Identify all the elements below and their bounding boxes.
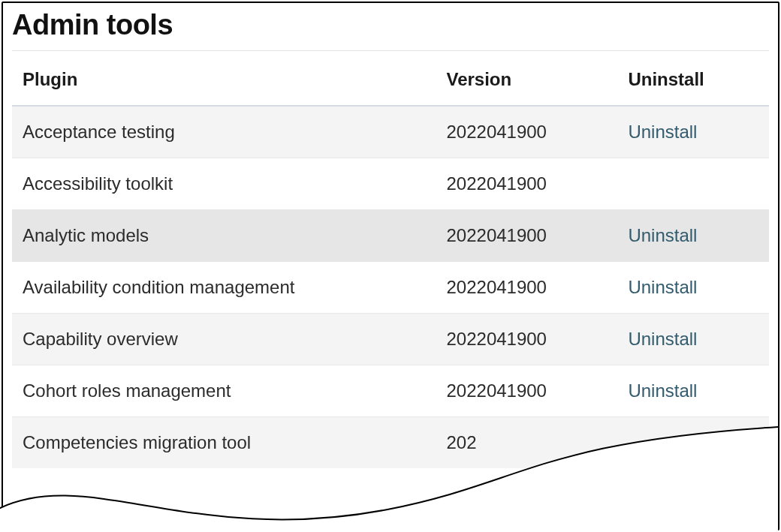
table-row: Analytic models2022041900Uninstall	[12, 210, 769, 262]
plugin-name: Cohort roles management	[12, 365, 436, 417]
plugin-action: Uninstall	[617, 210, 769, 262]
table-row: Acceptance testing2022041900Uninstall	[12, 106, 769, 158]
plugin-action	[617, 158, 769, 210]
plugins-table: Plugin Version Uninstall Acceptance test…	[12, 54, 769, 468]
plugin-version: 2022041900	[436, 365, 617, 417]
plugin-name: Analytic models	[12, 210, 436, 262]
plugin-action: Uninstall	[617, 365, 769, 417]
uninstall-link[interactable]: Uninstall	[628, 122, 697, 142]
plugin-action: Uninstall	[617, 106, 769, 158]
uninstall-link[interactable]: Uninstall	[628, 225, 697, 245]
table-row: Capability overview2022041900Uninstall	[12, 314, 769, 365]
plugin-action: Uninstall	[617, 314, 769, 365]
table-row: Cohort roles management2022041900Uninsta…	[12, 365, 769, 417]
plugin-version: 202	[436, 417, 617, 469]
col-header-plugin: Plugin	[12, 54, 436, 106]
plugin-name: Capability overview	[12, 314, 436, 365]
table-row: Competencies migration tool202	[12, 417, 769, 469]
plugin-name: Competencies migration tool	[12, 417, 436, 469]
col-header-version: Version	[436, 54, 617, 106]
col-header-uninstall: Uninstall	[617, 54, 769, 106]
plugin-name: Availability condition management	[12, 262, 436, 314]
uninstall-link[interactable]: Uninstall	[628, 277, 697, 297]
page-title: Admin tools	[3, 3, 778, 50]
plugin-version: 2022041900	[436, 314, 617, 365]
table-row: Accessibility toolkit2022041900	[12, 158, 769, 210]
divider	[12, 50, 769, 51]
plugin-version: 2022041900	[436, 262, 617, 314]
plugin-name: Accessibility toolkit	[12, 158, 436, 210]
uninstall-link[interactable]: Uninstall	[628, 329, 697, 349]
plugin-action: Uninstall	[617, 262, 769, 314]
uninstall-link[interactable]: Uninstall	[628, 380, 697, 401]
table-row: Availability condition management2022041…	[12, 262, 769, 314]
plugin-version: 2022041900	[436, 106, 617, 158]
plugin-action	[617, 417, 769, 469]
plugin-version: 2022041900	[436, 158, 617, 210]
plugin-version: 2022041900	[436, 210, 617, 262]
plugin-name: Acceptance testing	[12, 106, 436, 158]
